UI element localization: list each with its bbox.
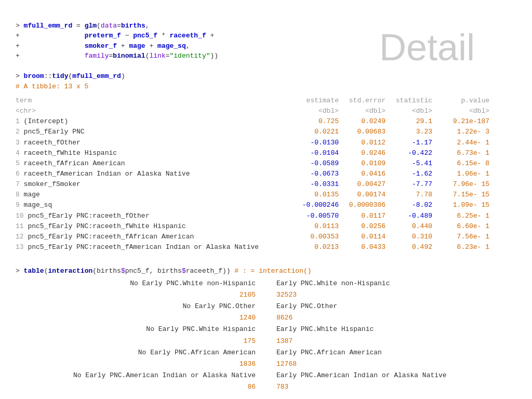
int-label-1: No Early PNC.White non-Hispanic <box>16 278 266 289</box>
var-name: mfull_emm_rd <box>24 22 73 30</box>
int-value-1: 2105 <box>16 289 266 301</box>
stat-type: <dbl> <box>390 106 436 116</box>
int-value-2: 1240 <box>16 312 266 324</box>
int-value-4: 1836 <box>16 358 266 370</box>
main-content: Detail > mfull_emm_rd = glm(data=births,… <box>16 10 516 393</box>
int-label-r4: Early PNC.African American <box>266 347 516 358</box>
int-value-3: 175 <box>16 336 266 347</box>
table-row: 1 (Intercept) 0.725 0.0249 29.1 9.21e-18… <box>16 116 516 127</box>
table-row: 9 mage_sq -0.000246 0.0000306 -8.02 1.09… <box>16 200 516 210</box>
table-header-row: term estimate std.error statistic p.valu… <box>16 96 516 106</box>
prompt-symbol: > <box>16 22 24 30</box>
table-row: 10 pnc5_fEarly PNC:raceeth_fOther -0.005… <box>16 211 516 221</box>
int-label-r1: Early PNC.White non-Hispanic <box>266 278 516 289</box>
int-label-5: No Early PNC.American Indian or Alaska N… <box>16 370 266 381</box>
table-row: 7 smoker_fSmoker -0.0331 0.00427 -7.77 7… <box>16 179 516 190</box>
est-type: <dbl> <box>296 106 343 116</box>
table-type-row: <chr> <dbl> <dbl> <dbl> <dbl> <box>16 106 516 116</box>
int-value-r4: 12768 <box>266 358 516 370</box>
interaction-table: No Early PNC.White non-Hispanic 2105 No … <box>16 278 516 393</box>
int-value-r2: 8626 <box>266 312 516 324</box>
stderr-header: std.error <box>343 96 390 106</box>
estimate-header: estimate <box>296 96 343 106</box>
int-label-3: No Early PNC.White Hispanic <box>16 324 266 335</box>
interaction-right: Early PNC.White non-Hispanic 32523 Early… <box>266 278 516 393</box>
table-row: 2 pnc5_fEarly PNC 0.0221 0.00683 3.23 1.… <box>16 127 516 137</box>
table-row: 6 raceeth_fAmerican Indian or Alaska Nat… <box>16 169 516 179</box>
int-value-r3: 1387 <box>266 336 516 347</box>
term-header: term <box>16 96 296 106</box>
se-type: <dbl> <box>343 106 390 116</box>
interaction-left: No Early PNC.White non-Hispanic 2105 No … <box>16 278 266 393</box>
int-value-r5: 783 <box>266 381 516 393</box>
int-value-5: 86 <box>16 381 266 393</box>
pvalue-header: p.value <box>436 96 494 106</box>
statistic-header: statistic <box>390 96 436 106</box>
results-table: term estimate std.error statistic p.valu… <box>16 96 516 252</box>
table-row: 8 mage 0.0135 0.00174 7.78 7.15e- 15 <box>16 190 516 200</box>
table-row: 5 raceeth_fAfrican American -0.0589 0.01… <box>16 158 516 169</box>
table-row: 3 raceeth_fOther -0.0130 0.0112 -1.17 2.… <box>16 138 516 148</box>
int-label-r5: Early PNC.American Indian or Alaska Nati… <box>266 370 516 381</box>
table-row: 4 raceeth_fWhite Hispanic -0.0104 0.0246… <box>16 148 516 158</box>
interaction-command: > table(interaction(births$pnc5_f, birth… <box>16 256 516 276</box>
table-row: 12 pnc5_fEarly PNC:raceeth_fAfrican Amer… <box>16 232 516 242</box>
detail-title: Detail <box>379 26 475 69</box>
table-row: 13 pnc5_fEarly PNC:raceeth_fAmerican Ind… <box>16 242 516 252</box>
int-label-r2: Early PNC.Other <box>266 301 516 312</box>
int-label-4: No Early PNC.African American <box>16 347 266 358</box>
int-label-2: No Early PNC.Other <box>16 301 266 312</box>
int-label-r3: Early PNC.White Hispanic <box>266 324 516 335</box>
table-row: 11 pnc5_fEarly PNC:raceeth_fWhite Hispan… <box>16 221 516 232</box>
pval-type: <dbl> <box>436 106 494 116</box>
term-type: <chr> <box>16 106 296 116</box>
int-value-r1: 32523 <box>266 289 516 301</box>
